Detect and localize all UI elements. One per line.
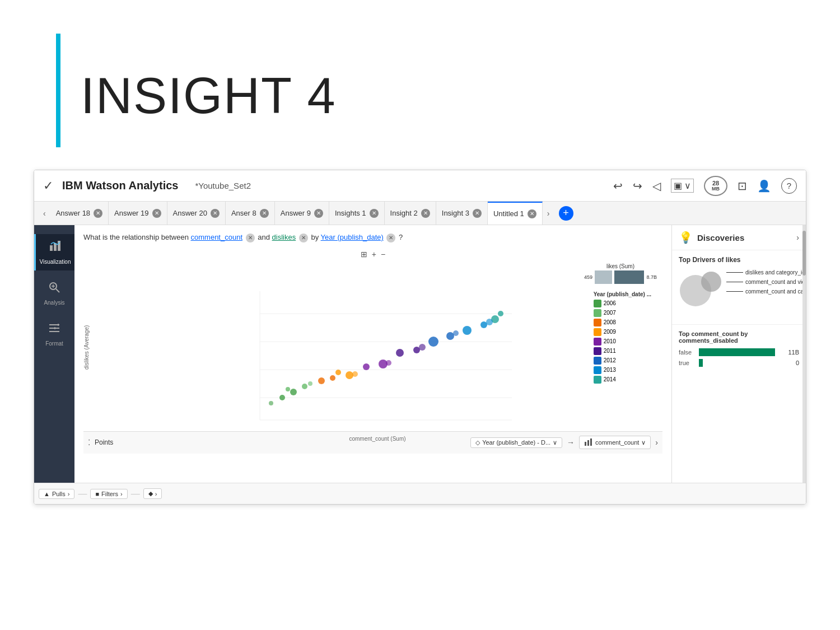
tab-close-answer9[interactable]: ✕ [314, 209, 323, 218]
sidebar-item-format[interactable]: Format [34, 316, 74, 352]
tab-untitled1[interactable]: Untitled 1 ✕ [488, 202, 543, 225]
nav-check-icon[interactable]: ✓ [43, 179, 53, 193]
chart-tools: ⊞ + − [83, 250, 662, 259]
driver-label-3: comment_count and category_id [726, 288, 806, 295]
driver-line-1 [726, 272, 743, 273]
title-section: INSIGHT 4 [56, 34, 336, 147]
tab-add-button[interactable]: + [559, 206, 573, 221]
svg-point-18 [279, 395, 285, 400]
bottom-item-1[interactable]: ▲ Pulls › [39, 489, 74, 499]
tab-close-insight3[interactable]: ✕ [473, 209, 482, 218]
nav-actions: ↩ ↪ ◁ ▣ ∨ 28 MB ⊡ 👤 ? [613, 176, 797, 196]
share-icon[interactable]: ◁ [652, 179, 661, 193]
tab-insights1[interactable]: Insights 1 ✕ [329, 202, 385, 225]
svg-point-26 [363, 363, 370, 370]
svg-point-37 [308, 381, 312, 386]
comment-bar-true-wrap [699, 359, 779, 367]
tab-answer9[interactable]: Answer 9 ✕ [275, 202, 329, 225]
drivers-section: Top Drivers of likes dislikes and catego… [672, 250, 806, 325]
question-suffix: ? [399, 233, 403, 241]
tab-insight2[interactable]: Insight 2 ✕ [385, 202, 436, 225]
tab-close-insights1[interactable]: ✕ [370, 209, 379, 218]
tab-insight3[interactable]: Insight 3 ✕ [436, 202, 488, 225]
scroll-thumb[interactable] [802, 231, 806, 276]
sidebar-format-label: Format [45, 340, 63, 347]
comment-bar-false [699, 348, 775, 356]
comment-row-false: false 11B [679, 348, 799, 356]
bottom-item-2[interactable]: ■ Filters › [90, 489, 127, 499]
tab-close-answer18[interactable]: ✕ [94, 209, 102, 218]
help-icon[interactable]: ? [781, 178, 797, 194]
tabs-right-arrow[interactable]: › [543, 209, 554, 218]
svg-point-38 [352, 371, 358, 377]
svg-point-21 [286, 387, 290, 391]
tab-answer20[interactable]: Answer 20 ✕ [167, 202, 226, 225]
svg-rect-43 [585, 442, 586, 446]
minus-icon[interactable]: − [381, 250, 385, 259]
field3-remove[interactable]: ✕ [386, 234, 395, 242]
discoveries-expand[interactable]: › [796, 233, 799, 242]
svg-point-20 [302, 384, 307, 389]
grid-icon[interactable]: ⊞ [361, 250, 367, 259]
likes-label: likes (Sum) [584, 263, 657, 269]
tabs-left-arrow[interactable]: ‹ [39, 209, 50, 218]
sidebar-visualization-label: Visualization [40, 259, 71, 265]
tab-anser8[interactable]: Anser 8 ✕ [226, 202, 275, 225]
tab-answer19[interactable]: Answer 19 ✕ [109, 202, 167, 225]
legend-color-2014 [594, 376, 601, 384]
bottom-item-3[interactable]: ◆ › [143, 488, 162, 499]
legend-2006: 2006 [594, 300, 651, 307]
question-and: and [258, 233, 270, 241]
bottom-item-3-icon: ◆ [148, 490, 153, 497]
sidebar-item-visualization[interactable]: Visualization [34, 234, 74, 270]
tab-close-anser8[interactable]: ✕ [260, 209, 269, 218]
question-field2[interactable]: dislikes [272, 233, 296, 241]
user-icon[interactable]: 👤 [757, 179, 771, 193]
tab-close-answer19[interactable]: ✕ [152, 209, 161, 218]
svg-point-23 [330, 375, 335, 381]
tab-close-untitled1[interactable]: ✕ [528, 209, 536, 218]
view-toggle-icon[interactable]: ▣ ∨ [671, 179, 694, 193]
capture-icon[interactable]: ⊡ [738, 179, 747, 193]
comment-bar-true [699, 359, 703, 367]
bottom-separator-2: — [131, 489, 140, 499]
legend-color-2012 [594, 357, 601, 365]
redo-icon[interactable]: ↪ [633, 179, 642, 193]
likes-max-val: 8.7B [646, 274, 657, 280]
drivers-title: Top Drivers of likes [679, 256, 799, 264]
svg-point-24 [346, 371, 353, 379]
question-field3[interactable]: Year (publish_date) [321, 233, 384, 241]
comment-label-false: false [679, 349, 696, 356]
file-name: *Youtube_Set2 [195, 181, 251, 190]
question-field1[interactable]: comment_count [191, 233, 243, 241]
tab-close-answer20[interactable]: ✕ [211, 209, 220, 218]
comment-section-title: Top comment_count by comments_disabled [679, 330, 799, 344]
comment-val-true: 0 [782, 360, 799, 366]
legend-2013: 2013 [594, 366, 651, 374]
likes-min-val: 459 [584, 274, 592, 280]
field2-remove[interactable]: ✕ [299, 234, 308, 242]
bottom-item-1-label: ▲ [44, 491, 50, 497]
driver-line-3 [726, 291, 743, 292]
sidebar-item-analysis[interactable]: Analysis [34, 275, 74, 311]
legend-2008: 2008 [594, 319, 651, 326]
add-icon[interactable]: + [372, 250, 376, 259]
scroll-indicator[interactable] [802, 225, 806, 483]
app-window: ✓ IBM Watson Analytics *Youtube_Set2 ↩ ↪… [34, 170, 806, 505]
svg-point-31 [446, 332, 454, 340]
legend-2007: 2007 [594, 309, 651, 317]
chart-area: What is the relationship between comment… [74, 225, 671, 483]
tab-close-insight2[interactable]: ✕ [421, 209, 430, 218]
comment-count-section: Top comment_count by comments_disabled f… [672, 325, 806, 375]
points-icon: ⁚ [88, 438, 90, 447]
field1-remove[interactable]: ✕ [246, 234, 255, 242]
tab-answer18[interactable]: Answer 18 ✕ [50, 202, 109, 225]
legend-2010: 2010 [594, 338, 651, 346]
comment-bar-false-wrap [699, 348, 779, 356]
legend-color-2010 [594, 338, 601, 346]
svg-point-36 [269, 401, 273, 405]
legend-color-2006 [594, 300, 601, 307]
discoveries-header: 💡 Discoveries › [672, 225, 806, 250]
undo-icon[interactable]: ↩ [613, 179, 623, 193]
discoveries-title-row: 💡 Discoveries [679, 231, 744, 244]
